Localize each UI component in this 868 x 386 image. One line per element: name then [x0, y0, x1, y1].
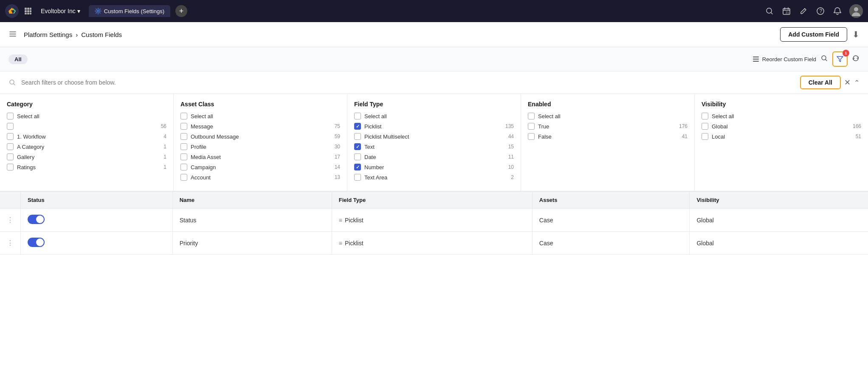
filter-item[interactable]: Picklist135 — [354, 123, 514, 130]
filter-item[interactable]: Account13 — [180, 174, 340, 181]
filter-item[interactable]: 56 — [7, 123, 166, 130]
filter-item[interactable]: True176 — [528, 123, 688, 130]
filter-item[interactable]: Local51 — [702, 133, 861, 140]
filter-item-label: Local — [712, 133, 725, 140]
checkbox[interactable] — [7, 133, 14, 140]
search-filter-input[interactable] — [21, 79, 795, 86]
org-name[interactable]: Evoltobor Inc ▾ — [37, 6, 84, 16]
filter-item[interactable]: Number10 — [354, 164, 514, 170]
filter-item[interactable]: Outbound Message59 — [180, 133, 340, 140]
filter-item[interactable]: Profile30 — [180, 143, 340, 150]
svg-rect-3 — [30, 8, 31, 10]
breadcrumb-current: Custom Fields — [81, 31, 122, 38]
filter-item[interactable]: Select all — [180, 113, 340, 119]
breadcrumb-parent[interactable]: Platform Settings — [24, 31, 72, 38]
search-input-wrap — [21, 79, 795, 86]
refresh-icon[interactable] — [852, 54, 860, 64]
settings-gear-icon — [95, 8, 101, 14]
nav-icons-group: 21 ? — [764, 4, 863, 18]
drag-handle[interactable]: ⋮ — [0, 209, 21, 232]
status-toggle[interactable] — [28, 215, 45, 224]
menu-icon[interactable] — [8, 30, 17, 40]
user-avatar[interactable] — [849, 4, 863, 18]
checkbox[interactable] — [354, 133, 361, 140]
filter-item[interactable]: Message75 — [180, 123, 340, 130]
checkbox[interactable] — [702, 113, 708, 119]
filter-funnel-button[interactable]: 1 — [832, 51, 848, 67]
filter-item-count: 14 — [335, 164, 340, 170]
filter-column-category: CategorySelect all561. Workflow4A Catego… — [0, 94, 174, 191]
help-nav-icon[interactable]: ? — [815, 6, 826, 16]
filter-item-count: 75 — [335, 123, 340, 129]
reorder-custom-field-button[interactable]: Reorder Custom Field — [752, 55, 816, 63]
checkbox[interactable] — [528, 133, 535, 140]
calendar-nav-icon[interactable]: 21 — [781, 6, 792, 16]
checkbox[interactable] — [180, 133, 187, 140]
download-button[interactable]: ⬇ — [852, 29, 860, 40]
filter-item[interactable]: 1. Workflow4 — [7, 133, 166, 140]
filter-item[interactable]: Select all — [354, 113, 514, 119]
filter-item[interactable]: Date11 — [354, 153, 514, 160]
filter-item-label: Media Asset — [191, 154, 221, 160]
filter-item[interactable]: Text Area2 — [354, 174, 514, 181]
checkbox[interactable] — [180, 153, 187, 160]
checkbox[interactable] — [528, 113, 535, 119]
checkbox[interactable] — [7, 113, 14, 119]
collapse-panel-icon[interactable]: ⌃ — [854, 79, 860, 87]
checkbox[interactable] — [354, 143, 361, 150]
checkbox[interactable] — [7, 123, 14, 130]
checkbox[interactable] — [180, 164, 187, 170]
checkbox[interactable] — [180, 143, 187, 150]
filter-item[interactable]: Text15 — [354, 143, 514, 150]
filter-bar: All Reorder Custom Field 1 — [0, 47, 868, 71]
filter-item-count: 2 — [511, 174, 514, 180]
filter-item[interactable]: A Category1 — [7, 143, 166, 150]
edit-nav-icon[interactable] — [798, 6, 809, 16]
checkbox[interactable] — [702, 133, 708, 140]
search-nav-icon[interactable] — [764, 6, 775, 16]
checkbox[interactable] — [354, 153, 361, 160]
filter-item[interactable]: Global166 — [702, 123, 861, 130]
apps-grid-icon[interactable] — [22, 5, 34, 17]
filter-item[interactable]: Gallery1 — [7, 153, 166, 160]
checkbox[interactable] — [180, 113, 187, 119]
checkbox[interactable] — [702, 123, 708, 130]
search-panel-icon — [8, 79, 16, 86]
notification-nav-icon[interactable] — [832, 6, 843, 16]
logo-icon — [5, 4, 19, 18]
status-toggle[interactable] — [28, 238, 45, 247]
checkbox[interactable] — [354, 164, 361, 170]
filter-item-label: Account — [191, 174, 211, 181]
filter-item[interactable]: Ratings1 — [7, 164, 166, 170]
checkbox[interactable] — [354, 113, 361, 119]
filter-item[interactable]: False41 — [528, 133, 688, 140]
close-panel-icon[interactable]: ✕ — [844, 78, 851, 87]
clear-all-button[interactable]: Clear All — [800, 76, 841, 89]
filter-item-count: 135 — [505, 123, 514, 129]
filter-item[interactable]: Select all — [528, 113, 688, 119]
checkbox[interactable] — [354, 123, 361, 130]
table-row: ⋮Priority≡PicklistCaseGlobal — [0, 232, 868, 255]
add-custom-field-button[interactable]: Add Custom Field — [780, 27, 847, 42]
filter-item[interactable]: Media Asset17 — [180, 153, 340, 160]
filter-item-count: 10 — [508, 164, 514, 170]
active-tab[interactable]: Custom Fields (Settings) — [89, 5, 170, 17]
checkbox[interactable] — [7, 143, 14, 150]
checkbox[interactable] — [180, 123, 187, 130]
checkbox[interactable] — [528, 123, 535, 130]
filter-search-icon[interactable] — [820, 54, 828, 64]
filter-column-visibility: VisibilitySelect allGlobal166Local51 — [695, 94, 868, 191]
all-badge[interactable]: All — [8, 54, 28, 64]
filter-item[interactable]: Campaign14 — [180, 164, 340, 170]
checkbox[interactable] — [180, 174, 187, 181]
filter-item[interactable]: Select all — [7, 113, 166, 119]
checkbox[interactable] — [354, 174, 361, 181]
filter-item-count: 1 — [163, 144, 166, 150]
drag-handle[interactable]: ⋮ — [0, 232, 21, 255]
checkbox[interactable] — [7, 153, 14, 160]
checkbox[interactable] — [7, 164, 14, 170]
filter-item[interactable]: Picklist Multiselect44 — [354, 133, 514, 140]
add-tab-button[interactable]: + — [175, 5, 187, 17]
filter-item[interactable]: Select all — [702, 113, 861, 119]
filter-item-count: 11 — [508, 154, 514, 160]
